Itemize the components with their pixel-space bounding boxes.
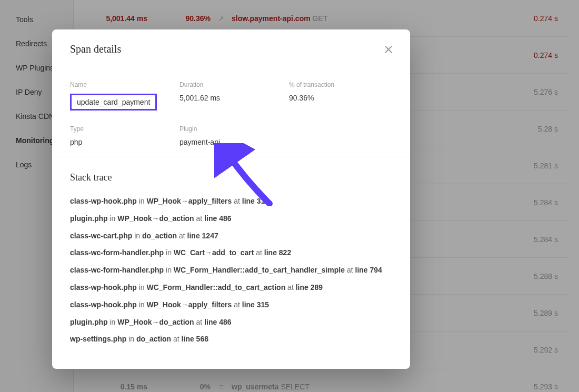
stack-trace-line: plugin.php in WP_Hook→do_action at line … — [70, 314, 392, 331]
detail-type: Type php — [70, 125, 173, 146]
label-percent: % of transaction — [289, 81, 392, 88]
detail-percent: % of transaction 90.36% — [289, 81, 392, 110]
stack-trace-line: class-wc-cart.php in do_action at line 1… — [70, 227, 392, 245]
detail-name: Name update_card_payment — [70, 81, 173, 110]
stack-trace-line: class-wc-form-handler.php in WC_Form_Han… — [70, 262, 392, 279]
stack-trace-section: Stack trace class-wp-hook.php in WP_Hook… — [52, 157, 410, 369]
stack-trace-line: class-wp-hook.php in WP_Hook→apply_filte… — [70, 193, 392, 210]
label-duration: Duration — [179, 81, 283, 88]
close-icon[interactable] — [385, 46, 392, 53]
detail-duration: Duration 5,001.62 ms — [179, 81, 283, 110]
value-name: update_card_payment — [70, 94, 157, 110]
stack-trace-line: wp-settings.php in do_action at line 568 — [70, 330, 392, 348]
value-duration: 5,001.62 ms — [179, 94, 283, 102]
stack-trace-line: plugin.php in WP_Hook→do_action at line … — [70, 210, 392, 227]
stack-trace-line: class-wc-form-handler.php in WC_Cart→add… — [70, 244, 392, 262]
stack-trace-line: class-wp-hook.php in WC_Form_Handler::ad… — [70, 279, 392, 296]
stack-trace-list: class-wp-hook.php in WP_Hook→apply_filte… — [70, 193, 392, 348]
span-details-modal: Span details Name update_card_payment Du… — [52, 29, 410, 369]
stack-trace-line: class-wp-hook.php in WP_Hook→apply_filte… — [70, 296, 392, 314]
stack-trace-title: Stack trace — [70, 172, 392, 183]
label-name: Name — [70, 81, 173, 88]
value-type: php — [70, 138, 173, 146]
value-plugin: payment-api — [179, 138, 283, 146]
detail-plugin: Plugin payment-api — [179, 125, 283, 146]
label-type: Type — [70, 125, 173, 133]
label-plugin: Plugin — [179, 125, 283, 133]
modal-title: Span details — [70, 43, 121, 55]
value-percent: 90.36% — [289, 94, 392, 102]
